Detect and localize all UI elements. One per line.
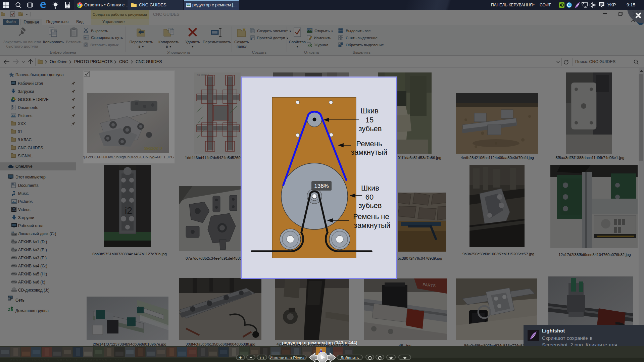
svg-text:замкнутый: замкнутый [354, 221, 390, 229]
svg-text:зубьев: зубьев [358, 201, 382, 210]
svg-text:зубьев: зубьев [358, 124, 382, 133]
svg-text:Ремень не: Ремень не [353, 212, 389, 221]
svg-text:замкнутый: замкнутый [351, 148, 387, 156]
svg-text:60: 60 [365, 193, 374, 201]
svg-text:15: 15 [365, 116, 374, 124]
svg-text:Шкив: Шкив [360, 107, 379, 115]
svg-text:136%: 136% [314, 183, 329, 189]
svg-text:Ремень: Ремень [356, 140, 382, 148]
svg-text:Шкив: Шкив [361, 184, 379, 192]
